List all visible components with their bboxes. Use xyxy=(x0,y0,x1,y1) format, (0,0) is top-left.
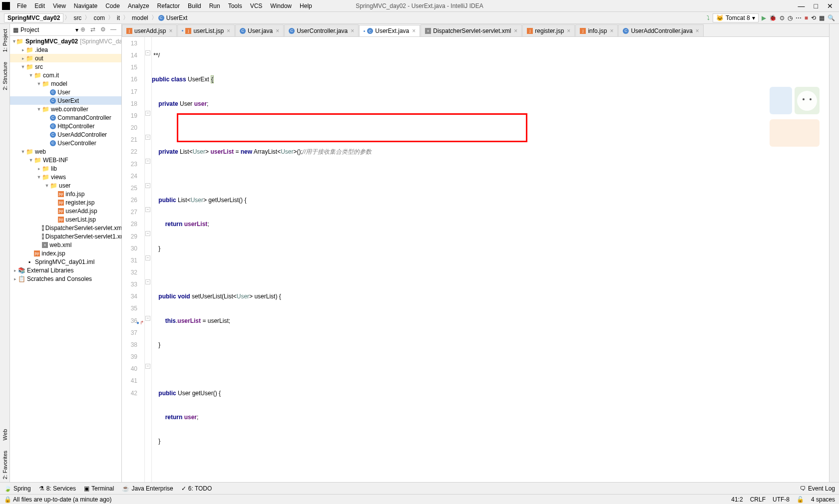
tab-useradd[interactable]: juserAdd.jsp× xyxy=(122,24,177,36)
breadcrumb-root[interactable]: SpringMVC_day02 xyxy=(4,13,63,22)
fold-column[interactable]: − − − − − − − − − − − xyxy=(145,37,152,482)
tree-userlistjsp[interactable]: jsp userList.jsp xyxy=(10,215,121,224)
bottom-spring[interactable]: 🍃Spring xyxy=(4,485,31,492)
project-icon: ▦ xyxy=(13,26,18,33)
tree-views[interactable]: ▼📁views xyxy=(10,173,121,181)
tree-root[interactable]: ▼📁SpringMVC_day02[SpringMVC_day01] xyxy=(10,37,121,45)
tree-iml[interactable]: ▪SpringMVC_day01.iml xyxy=(10,257,121,266)
tree-usercontroller[interactable]: C UserController xyxy=(10,139,121,147)
project-tree[interactable]: ▼📁SpringMVC_day02[SpringMVC_day01] ▸📁.id… xyxy=(10,36,121,482)
status-encoding[interactable]: UTF-8 xyxy=(773,496,790,503)
update-button[interactable]: ⟲ xyxy=(811,14,816,21)
tab-user[interactable]: CUser.java× xyxy=(235,24,284,36)
tree-dss[interactable]: x DispatcherServlet-servlet.xml xyxy=(10,224,121,232)
run-config-dropdown[interactable]: 🐱 Tomcat 8▾ xyxy=(713,13,759,22)
tree-scratch[interactable]: ▸📋Scratches and Consoles xyxy=(10,274,121,283)
menu-refactor[interactable]: Refactor xyxy=(153,1,184,10)
menu-run[interactable]: Run xyxy=(205,1,224,10)
hide-icon[interactable]: — xyxy=(110,26,118,34)
breadcrumb-src[interactable]: src xyxy=(71,14,83,21)
bottom-javaee[interactable]: ☕Java Enterprise xyxy=(122,485,173,492)
profile-button[interactable]: ◷ xyxy=(788,14,793,21)
gear-icon[interactable]: ⚙ xyxy=(100,26,108,34)
locate-icon[interactable]: ⊕ xyxy=(80,26,88,34)
close-button[interactable]: ✕ xyxy=(827,2,833,10)
menu-window[interactable]: Window xyxy=(266,1,296,10)
tab-structure[interactable]: 2: Structure xyxy=(1,59,9,93)
bottom-terminal[interactable]: ▣Terminal xyxy=(84,485,114,492)
menu-file[interactable]: File xyxy=(13,1,30,10)
tab-useraddcontroller[interactable]: CUserAddController.java× xyxy=(618,24,703,36)
status-lock-icon[interactable]: 🔒 xyxy=(4,496,11,503)
minimize-button[interactable]: — xyxy=(798,2,805,10)
gutter[interactable]: 1314151617181920212223242526272829303132… xyxy=(122,37,145,482)
code-area[interactable]: 1314151617181920212223242526272829303132… xyxy=(122,37,829,482)
attach-button[interactable]: ⋯ xyxy=(796,14,802,21)
tree-out[interactable]: ▸📁out xyxy=(10,54,121,62)
menu-analyze[interactable]: Analyze xyxy=(124,1,153,10)
run-button[interactable]: ▶ xyxy=(762,14,766,21)
tree-user-folder[interactable]: ▼📁user xyxy=(10,181,121,190)
menu-navigate[interactable]: Navigate xyxy=(70,1,101,10)
status-indent[interactable]: 4 spaces xyxy=(811,496,835,503)
tree-extlib[interactable]: ▸📚External Libraries xyxy=(10,266,121,274)
menu-view[interactable]: View xyxy=(49,1,70,10)
menu-tools[interactable]: Tools xyxy=(224,1,246,10)
build-icon[interactable]: ⤵ xyxy=(707,14,710,21)
tab-info[interactable]: jinfo.jsp× xyxy=(575,24,618,36)
tree-webxml[interactable]: x web.xml xyxy=(10,241,121,249)
expand-icon[interactable]: ⇄ xyxy=(90,26,98,34)
tree-useraddjsp[interactable]: jsp userAdd.jsp xyxy=(10,207,121,215)
tree-model[interactable]: ▼📁model xyxy=(10,79,121,88)
tree-comit[interactable]: ▼📁com.it xyxy=(10,71,121,79)
tree-userext[interactable]: C UserExt xyxy=(10,96,121,105)
tab-userlist[interactable]: juserList.jsp× xyxy=(177,24,235,36)
tree-src[interactable]: ▼📁src xyxy=(10,62,121,71)
tab-register[interactable]: jregister.jsp× xyxy=(522,24,575,36)
tree-httpcontroller[interactable]: C HttpController xyxy=(10,122,121,130)
code-content[interactable]: **/ public class UserExt { private User … xyxy=(152,37,829,482)
tree-useraddcontroller[interactable]: C UserAddController xyxy=(10,130,121,139)
services-icon: ⚗ xyxy=(39,485,44,492)
tab-usercontroller[interactable]: CUserController.java× xyxy=(284,24,359,36)
tab-project[interactable]: 1: Project xyxy=(1,26,9,55)
breadcrumb-it[interactable]: it xyxy=(115,14,122,21)
tab-userext[interactable]: CUserExt.java× xyxy=(359,25,420,37)
tab-dss[interactable]: xDispatcherServlet-servlet.xml× xyxy=(420,24,522,36)
breadcrumb-com[interactable]: com xyxy=(91,14,107,21)
menu-build[interactable]: Build xyxy=(184,1,205,10)
coverage-button[interactable]: ⊙ xyxy=(780,14,785,21)
tree-web[interactable]: ▼📁web xyxy=(10,147,121,156)
maximize-button[interactable]: □ xyxy=(814,2,818,10)
breadcrumb-model[interactable]: model xyxy=(130,14,150,21)
tree-commandcontroller[interactable]: C CommandController xyxy=(10,113,121,122)
status-readonly-icon[interactable]: 🔓 xyxy=(797,496,804,503)
menu-vcs[interactable]: VCS xyxy=(246,1,267,10)
menu-code[interactable]: Code xyxy=(101,1,124,10)
bottom-services[interactable]: ⚗8: Services xyxy=(39,485,76,492)
project-panel-title[interactable]: Project xyxy=(20,26,73,33)
debug-button[interactable]: 🐞 xyxy=(769,14,777,21)
tab-favorites[interactable]: 2: Favorites xyxy=(1,448,9,482)
tree-registerjsp[interactable]: jsp register.jsp xyxy=(10,198,121,207)
breadcrumb-file[interactable]: UserExt xyxy=(164,14,190,21)
status-position[interactable]: 41:2 xyxy=(731,496,743,503)
tree-idea[interactable]: ▸📁.idea xyxy=(10,45,121,54)
stop-button[interactable]: ■ xyxy=(805,14,808,21)
tree-lib[interactable]: ▸📁lib xyxy=(10,164,121,173)
tree-indexjsp[interactable]: jsp index.jsp xyxy=(10,249,121,257)
menu-edit[interactable]: Edit xyxy=(30,1,49,10)
todo-icon: ✓ xyxy=(181,485,186,492)
menu-help[interactable]: Help xyxy=(296,1,316,10)
bottom-eventlog[interactable]: 🗨Event Log xyxy=(800,485,835,492)
search-button[interactable]: 🔍 xyxy=(828,14,835,21)
tree-webinf[interactable]: ▼📁WEB-INF xyxy=(10,156,121,164)
tree-webcontroller[interactable]: ▼📁web.controller xyxy=(10,105,121,113)
bottom-todo[interactable]: ✓6: TODO xyxy=(181,485,212,492)
tree-infojsp[interactable]: jsp info.jsp xyxy=(10,190,121,198)
tree-dss1[interactable]: x DispatcherServlet-servlet1.xml xyxy=(10,232,121,241)
status-eol[interactable]: CRLF xyxy=(750,496,766,503)
tree-user[interactable]: C User xyxy=(10,88,121,96)
project-structure-button[interactable]: ▦ xyxy=(819,14,825,21)
tab-web[interactable]: Web xyxy=(1,426,9,443)
